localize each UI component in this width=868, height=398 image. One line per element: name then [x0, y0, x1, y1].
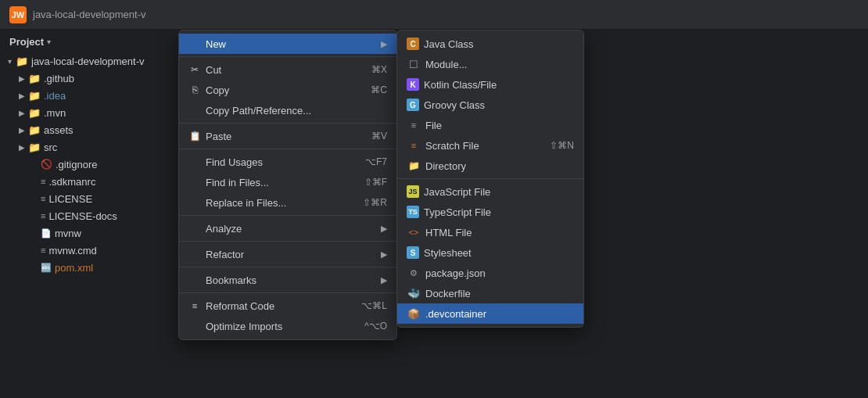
menu-item-reformat-code[interactable]: ≡ Reformat Code ⌥⌘L — [179, 296, 396, 316]
submenu-item-scratch[interactable]: ≡ Scratch File ⇧⌘N — [397, 135, 583, 156]
folder-icon: 📁 — [28, 90, 41, 102]
folder-icon: 📁 — [28, 142, 41, 153]
cut-icon: ✂ — [188, 64, 201, 75]
menu-item-refactor[interactable]: Refactor ▶ — [179, 244, 396, 264]
chevron-down-icon[interactable]: ▾ — [47, 38, 51, 46]
list-item[interactable]: ▶ 🔤 pom.xml — [0, 259, 188, 276]
ts-icon: TS — [407, 206, 419, 218]
file-icon: ≡ — [41, 177, 45, 186]
file-icon: 📄 — [41, 228, 52, 238]
tree-root[interactable]: ▾ 📁 java-local-development-v — [0, 52, 188, 70]
list-item[interactable]: ▶ 📁 src — [0, 138, 188, 156]
item-label: pom.xml — [55, 262, 93, 274]
item-label: assets — [44, 124, 74, 136]
menu-item-cut[interactable]: ✂ Cut ⌘X — [179, 59, 396, 80]
menu-item-find-usages[interactable]: Find Usages ⌥F7 — [179, 152, 396, 172]
shortcut-label: ⇧⌘F — [364, 177, 387, 188]
submenu-label: Module... — [425, 59, 467, 70]
menu-item-optimize-imports[interactable]: Optimize Imports ^⌥O — [179, 316, 396, 336]
submenu-label: Scratch File — [425, 140, 479, 152]
list-item[interactable]: ▶ ≡ LICENSE-docs — [0, 207, 188, 224]
submenu-item-dockerfile[interactable]: 🐳 Dockerfile — [397, 283, 583, 303]
submenu-item-devcontainer[interactable]: 📦 .devcontainer — [397, 303, 583, 324]
menu-item-new[interactable]: New ▶ — [179, 34, 396, 54]
submenu-label: .devcontainer — [425, 308, 486, 320]
kotlin-icon: K — [407, 78, 419, 91]
folder-icon: 📁 — [28, 124, 41, 136]
shortcut-label: ⌥⌘L — [361, 300, 387, 311]
menu-separator — [179, 149, 396, 149]
file-icon: 🔤 — [41, 263, 52, 273]
list-item[interactable]: ▶ 📁 .mvn — [0, 104, 188, 121]
file-icon: ≡ — [41, 194, 45, 203]
submenu-item-package-json[interactable]: ⚙ package.json — [397, 263, 583, 283]
submenu-label: TypeScript File — [424, 206, 491, 218]
menu-label: Replace in Files... — [206, 197, 363, 209]
scratch-icon: ≡ — [407, 141, 421, 150]
item-label: .gitignore — [56, 159, 97, 170]
submenu-item-groovy[interactable]: G Groovy Class — [397, 95, 583, 115]
menu-item-paste[interactable]: 📋 Paste ⌘V — [179, 126, 396, 146]
menu-separator — [179, 267, 396, 267]
submenu-item-kotlin[interactable]: K Kotlin Class/File — [397, 74, 583, 95]
menu-label: Find in Files... — [206, 177, 364, 188]
list-item[interactable]: ▶ ≡ LICENSE — [0, 190, 188, 207]
submenu-arrow-icon: ▶ — [381, 39, 387, 49]
submenu-item-module[interactable]: ☐ Module... — [397, 54, 583, 74]
js-icon: JS — [407, 185, 419, 198]
menu-separator — [179, 215, 396, 216]
item-label: .idea — [44, 90, 66, 102]
menu-separator — [179, 241, 396, 242]
submenu-arrow-icon: ▶ — [381, 275, 387, 285]
submenu-item-js[interactable]: JS JavaScript File — [397, 181, 583, 202]
item-label: mvnw — [55, 228, 81, 239]
file-icon: ≡ — [41, 211, 45, 221]
reformat-icon: ≡ — [188, 301, 201, 310]
menu-label: Reformat Code — [206, 300, 361, 312]
menu-item-find-in-files[interactable]: Find in Files... ⇧⌘F — [179, 172, 396, 192]
item-label: LICENSE — [48, 193, 92, 205]
file-icon: 🚫 — [41, 159, 52, 170]
shortcut-label: ⌘V — [371, 131, 387, 142]
shortcut-label: ^⌥O — [364, 321, 387, 332]
menu-item-copy[interactable]: ⎘ Copy ⌘C — [179, 80, 396, 100]
submenu-item-java-class[interactable]: C Java Class — [397, 34, 583, 54]
menu-item-analyze[interactable]: Analyze ▶ — [179, 218, 396, 238]
menu-label: Bookmarks — [206, 274, 381, 286]
submenu-item-directory[interactable]: 📁 Directory — [397, 156, 583, 176]
paste-icon: 📋 — [188, 131, 201, 142]
list-item[interactable]: ▶ 📁 assets — [0, 121, 188, 138]
list-item[interactable]: ▶ ≡ mvnw.cmd — [0, 242, 188, 259]
sidebar-header: Project ▾ — [0, 30, 188, 52]
submenu-item-stylesheet[interactable]: S Stylesheet — [397, 242, 583, 263]
list-item[interactable]: ▶ ≡ .sdkmanrc — [0, 173, 188, 190]
menu-item-bookmarks[interactable]: Bookmarks ▶ — [179, 270, 396, 290]
item-label: mvnw.cmd — [48, 245, 96, 256]
item-label: .mvn — [44, 107, 66, 119]
submenu-arrow-icon: ▶ — [381, 249, 387, 260]
shortcut-label: ⇧⌘R — [363, 197, 387, 208]
submenu-item-html[interactable]: <> HTML File — [397, 222, 583, 242]
submenu-arrow-icon: ▶ — [381, 224, 387, 234]
menu-item-copy-path[interactable]: Copy Path/Reference... — [179, 100, 396, 120]
submenu-label: Java Class — [424, 38, 474, 50]
item-label: .sdkmanrc — [48, 176, 95, 188]
list-item[interactable]: ▶ 📁 .github — [0, 70, 188, 87]
submenu: C Java Class ☐ Module... K Kotlin Class/… — [396, 30, 584, 328]
submenu-item-ts[interactable]: TS TypeScript File — [397, 202, 583, 222]
list-item[interactable]: ▶ 📁 .idea — [0, 87, 188, 104]
expand-icon: ▶ — [16, 74, 28, 83]
expand-icon: ▶ — [16, 109, 28, 117]
css-icon: S — [407, 246, 419, 259]
menu-label: Analyze — [206, 223, 381, 235]
submenu-item-file[interactable]: ≡ File — [397, 115, 583, 135]
shortcut-label: ⌥F7 — [365, 156, 387, 167]
module-icon: ☐ — [407, 59, 421, 70]
list-item[interactable]: ▶ 🚫 .gitignore — [0, 156, 188, 173]
shortcut-label: ⌘X — [371, 64, 387, 75]
submenu-label: Directory — [425, 160, 466, 172]
menu-item-replace-in-files[interactable]: Replace in Files... ⇧⌘R — [179, 192, 396, 213]
submenu-label: JavaScript File — [424, 186, 490, 198]
shortcut-label: ⇧⌘N — [550, 140, 574, 151]
list-item[interactable]: ▶ 📄 mvnw — [0, 224, 188, 242]
